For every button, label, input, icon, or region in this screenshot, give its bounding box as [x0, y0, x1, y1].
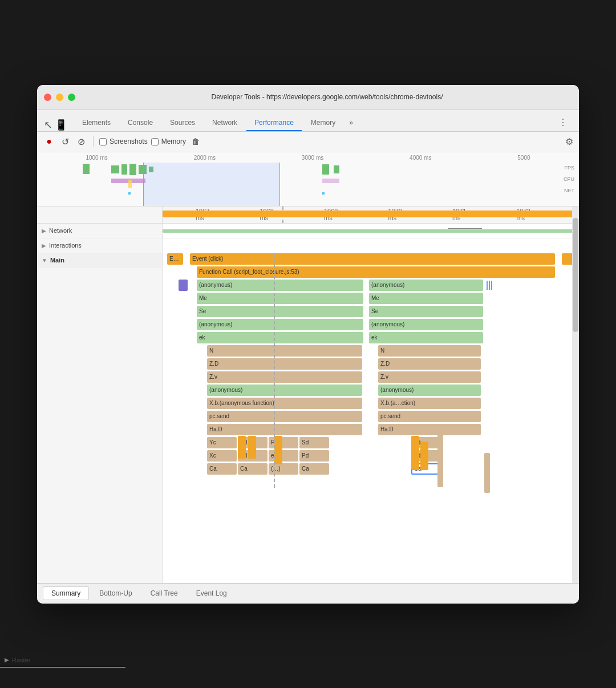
- clear-button[interactable]: ⊘: [75, 135, 87, 148]
- flame-block-me-right[interactable]: Me: [369, 293, 483, 304]
- flame-row-10: (anonymous) (anonymous): [163, 385, 579, 397]
- tan-right-2: [484, 453, 490, 493]
- track-network[interactable]: ▶ Network: [37, 224, 162, 238]
- flame-row-11: X.b.(anonymous function) X.b.(a…ction): [163, 398, 579, 410]
- flame-block-ca3[interactable]: Ca: [299, 463, 329, 475]
- bottom-tab-eventlog[interactable]: Event Log: [188, 587, 235, 600]
- track-interactions[interactable]: ▶ Interactions: [37, 238, 162, 253]
- flame-block-n-left[interactable]: N: [207, 345, 362, 357]
- flame-block-anon-left[interactable]: (anonymous): [197, 280, 363, 291]
- flame-row-2: (anonymous) (anonymous): [163, 280, 579, 292]
- tab-memory[interactable]: Memory: [303, 115, 343, 131]
- main-arrow-icon: ▼: [42, 257, 47, 264]
- screenshots-checkbox-input[interactable]: [99, 138, 107, 145]
- svg-rect-3: [129, 164, 136, 175]
- delete-button[interactable]: 🗑: [189, 135, 202, 148]
- bottom-tab-bottomup[interactable]: Bottom-Up: [91, 587, 140, 600]
- overview-time-labels: 1000 ms 2000 ms 3000 ms 4000 ms 5000: [37, 152, 579, 161]
- scroll-thumb[interactable]: [573, 218, 578, 332]
- flame-block-had-left[interactable]: Ha.D: [207, 424, 362, 435]
- flame-block-zv-right[interactable]: Z.v: [378, 371, 481, 383]
- flame-block-had-right[interactable]: Ha.D: [378, 424, 481, 435]
- flame-block-zd-left[interactable]: Z.D: [207, 358, 362, 370]
- network-arrow-icon: ▶: [42, 228, 46, 234]
- devtools-window: Developer Tools - https://developers.goo…: [37, 85, 579, 604]
- traffic-lights: [44, 94, 75, 101]
- flame-block-purple[interactable]: [179, 280, 188, 291]
- bottom-tab-calltree[interactable]: Call Tree: [143, 587, 186, 600]
- flame-row-12: pc.send pc.send: [163, 411, 579, 423]
- interactions-label: Interactions: [49, 242, 82, 249]
- flame-block-anon3-left[interactable]: (anonymous): [207, 385, 362, 396]
- tab-sources[interactable]: Sources: [162, 115, 203, 131]
- flame-block-se-left[interactable]: Se: [197, 306, 363, 317]
- interaction-bar: [163, 211, 579, 217]
- screenshots-checkbox[interactable]: Screenshots: [99, 137, 148, 145]
- flame-block-xb-right[interactable]: X.b.(a…ction): [378, 398, 481, 409]
- flame-block-yc[interactable]: Yc: [207, 437, 237, 448]
- net-label: NET: [564, 188, 574, 193]
- flame-block-ca2[interactable]: Ca: [238, 463, 268, 475]
- record-button[interactable]: ●: [43, 135, 55, 148]
- flame-row-14: Yc Sd Pa Sd Sd: [163, 437, 579, 450]
- overview-panel: 1000 ms 2000 ms 3000 ms 4000 ms 5000 FPS: [37, 152, 579, 207]
- flame-block-anon-right[interactable]: (anonymous): [369, 280, 483, 291]
- tab-more[interactable]: »: [345, 115, 358, 131]
- orange-right-1: [411, 436, 419, 470]
- tab-menu-icon[interactable]: ⋮: [554, 114, 572, 131]
- flame-block-event-click[interactable]: Event (click): [190, 253, 555, 265]
- reload-button[interactable]: ↺: [59, 135, 71, 148]
- flame-block-me-left[interactable]: Me: [197, 293, 363, 304]
- track-main[interactable]: ▼ Main: [37, 253, 162, 268]
- flame-block-parens[interactable]: (…): [269, 463, 298, 475]
- close-button[interactable]: [44, 94, 51, 101]
- bottom-tab-summary[interactable]: Summary: [43, 586, 89, 600]
- blue-line-2: [489, 281, 490, 290]
- flame-block-zd-right[interactable]: Z.D: [378, 358, 481, 370]
- svg-rect-6: [322, 164, 329, 175]
- settings-button[interactable]: ⚙: [565, 136, 573, 147]
- flame-block-anon3-right[interactable]: (anonymous): [378, 385, 481, 396]
- flame-block-sd2[interactable]: Sd: [299, 437, 329, 448]
- flame-inner: E… Event (click) Function Call (script_f…: [163, 253, 579, 488]
- network-bar: [163, 229, 579, 233]
- maximize-button[interactable]: [68, 94, 75, 101]
- flame-block-ca1[interactable]: Ca: [207, 463, 237, 475]
- interaction-track-content: [163, 238, 579, 253]
- minimize-button[interactable]: [56, 94, 63, 101]
- scroll-track[interactable]: [572, 207, 579, 583]
- device-tool[interactable]: 📱: [55, 119, 67, 131]
- flame-block-e2[interactable]: e…: [269, 450, 298, 462]
- memory-checkbox[interactable]: Memory: [151, 137, 186, 145]
- flame-block-pd2[interactable]: Pd: [299, 450, 329, 462]
- flame-block-e[interactable]: E…: [167, 253, 183, 265]
- flame-block-pa[interactable]: Pa: [269, 437, 298, 448]
- flame-block-zv-left[interactable]: Z.v: [207, 371, 362, 383]
- fps-label: FPS: [564, 165, 574, 171]
- flame-block-n-right[interactable]: N: [378, 345, 481, 357]
- tab-console[interactable]: Console: [120, 115, 161, 131]
- tab-performance[interactable]: Performance: [246, 115, 302, 131]
- flame-block-se-right[interactable]: Se: [369, 306, 483, 317]
- flame-chart[interactable]: E… Event (click) Function Call (script_f…: [163, 253, 579, 583]
- flame-block-anon2-left[interactable]: (anonymous): [197, 319, 363, 330]
- main-label: Main: [50, 257, 64, 264]
- flame-block-pcsend-left[interactable]: pc.send: [207, 411, 362, 422]
- blue-lines: [487, 281, 509, 290]
- flame-row-7: N N: [163, 345, 579, 358]
- flame-block-ek-right[interactable]: ek: [369, 332, 483, 343]
- memory-checkbox-input[interactable]: [151, 138, 159, 145]
- flame-block-xb-left[interactable]: X.b.(anonymous function): [207, 398, 362, 409]
- svg-rect-12: [322, 192, 325, 195]
- flame-block-pcsend-right[interactable]: pc.send: [378, 411, 481, 422]
- flame-block-anon2-right[interactable]: (anonymous): [369, 319, 483, 330]
- pointer-tool[interactable]: ↖: [44, 119, 52, 131]
- flame-block-xc[interactable]: Xc: [207, 450, 237, 462]
- orange-tall-1: [238, 436, 246, 459]
- flame-block-function-call[interactable]: Function Call (script_foot_closure.js:53…: [197, 266, 555, 278]
- flame-row-1: Function Call (script_foot_closure.js:53…: [163, 266, 579, 279]
- tab-elements[interactable]: Elements: [74, 115, 119, 131]
- flame-block-ek-left[interactable]: ek: [197, 332, 363, 343]
- tab-network[interactable]: Network: [204, 115, 245, 131]
- time-label-3: 3000 ms: [302, 155, 323, 161]
